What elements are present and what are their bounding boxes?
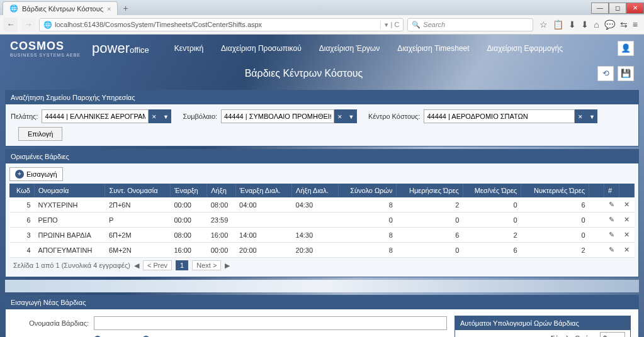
- pager-prev[interactable]: < Prev: [143, 260, 172, 270]
- window-maximize-button[interactable]: ◻: [609, 3, 626, 14]
- clipboard-icon[interactable]: 📋: [553, 19, 563, 30]
- home-icon[interactable]: ⌂: [594, 19, 599, 30]
- window-close-button[interactable]: ✕: [626, 3, 644, 14]
- grid-cell: 04:00: [235, 197, 291, 213]
- calc-label-0: Σύνολο Ωρών:: [460, 334, 600, 337]
- refresh-button[interactable]: ⟲: [597, 66, 614, 81]
- grid-col-11[interactable]: [589, 184, 604, 197]
- pager-next[interactable]: Next >: [192, 260, 221, 270]
- grid-cell: ΠΡΩΙΝΗ ΒΑΡΔΙΑ: [35, 228, 105, 243]
- shift-name-input[interactable]: [94, 316, 447, 330]
- tab-close-icon[interactable]: ×: [107, 5, 111, 13]
- stop-reload-group[interactable]: ▾ | C: [380, 21, 399, 29]
- grid-col-13[interactable]: [619, 184, 635, 197]
- costcenter-combo[interactable]: [424, 109, 575, 123]
- grid-col-7[interactable]: Σύνολο Ωρών: [339, 184, 397, 197]
- grid-col-1[interactable]: Ονομασία: [35, 184, 105, 197]
- browser-search-field[interactable]: 🔍 Search: [407, 18, 533, 31]
- grid-cell: 04:30: [292, 197, 339, 213]
- grid-cell: 4: [9, 243, 35, 258]
- row-edit-icon[interactable]: ✎: [604, 197, 619, 213]
- grid-col-2[interactable]: Συντ. Ονομασία: [105, 184, 171, 197]
- costcenter-clear-icon[interactable]: ✕: [575, 109, 586, 123]
- menu-home[interactable]: Κεντρική: [174, 44, 203, 53]
- grid-cell: 0: [397, 243, 463, 258]
- grid-col-0[interactable]: Κωδ: [9, 184, 35, 197]
- table-row[interactable]: 5ΝΥΧΤΕΡΙΝΗ2Π+6Ν00:0008:0004:0004:308206✎…: [9, 197, 635, 213]
- grid-cell: 5: [9, 197, 35, 213]
- row-delete-icon[interactable]: ✕: [619, 197, 635, 213]
- grid-cell: 0: [397, 213, 463, 228]
- row-edit-icon[interactable]: ✎: [604, 243, 619, 258]
- grid-col-3[interactable]: Έναρξη: [170, 184, 206, 197]
- select-button[interactable]: Επιλογή: [18, 127, 62, 141]
- contract-combo[interactable]: [221, 109, 334, 123]
- grid-pager: Σελίδα 1 από 1 (Συνολικά 4 εγγραφές) ◀ <…: [9, 258, 635, 273]
- customer-clear-icon[interactable]: ✕: [149, 109, 160, 123]
- hamburger-icon[interactable]: ≡: [633, 19, 638, 30]
- nav-back-button[interactable]: ←: [4, 18, 18, 31]
- grid-cell: 8: [339, 243, 397, 258]
- menu-admin[interactable]: Διαχείριση Εφαρμογής: [487, 44, 563, 53]
- grid-cell: 6: [397, 228, 463, 243]
- grid-cell: [235, 213, 291, 228]
- calc-value-0[interactable]: [600, 332, 625, 337]
- grid-col-12[interactable]: #: [604, 184, 619, 197]
- auto-calc-header: Αυτόματοι Υπολογισμοί Ωρών Βάρδιας: [455, 316, 630, 330]
- chat-icon[interactable]: 💬: [604, 19, 615, 30]
- sync-icon[interactable]: ⇆: [620, 19, 628, 30]
- grid-cell: 8: [339, 197, 397, 213]
- contract-label: Συμβόλαιο:: [183, 113, 217, 120]
- row-delete-icon[interactable]: ✕: [619, 213, 635, 228]
- grid-cell: 2: [397, 197, 463, 213]
- save-button[interactable]: 💾: [618, 66, 634, 81]
- nav-forward-button[interactable]: →: [21, 18, 35, 31]
- row-edit-icon[interactable]: ✎: [604, 228, 619, 243]
- menu-personnel[interactable]: Διαχείριση Προσωπικού: [221, 44, 302, 53]
- grid-cell: 16:00: [207, 228, 235, 243]
- insert-button[interactable]: + Εισαγωγή: [9, 167, 63, 181]
- bookmark-icon[interactable]: ☆: [539, 19, 548, 30]
- grid-col-9[interactable]: Μεσ/νές Ώρες: [463, 184, 521, 197]
- table-row[interactable]: 6ΡΕΠΟΡ00:0023:590000✎✕: [9, 213, 635, 228]
- grid-cell: 00:00: [207, 243, 235, 258]
- user-icon[interactable]: 👤: [618, 41, 634, 56]
- url-field[interactable]: 🌐 localhost:61438/CosmosSystem/Timesheet…: [39, 18, 404, 31]
- search-panel-header: Αναζήτηση Σημείου Παροχής Υπηρεσίας: [6, 91, 638, 104]
- grid-col-5[interactable]: Έναρξη Διαλ.: [235, 184, 291, 197]
- customer-combo[interactable]: [42, 109, 149, 123]
- grid-cell: 6Μ+2Ν: [105, 243, 171, 258]
- shift-name-label: Ονομασία Βάρδιας:: [13, 319, 89, 327]
- menu-projects[interactable]: Διαχείριση Έργων: [319, 44, 380, 53]
- window-minimize-button[interactable]: —: [591, 3, 609, 14]
- menu-timesheet[interactable]: Διαχείριση Timesheet: [397, 44, 469, 53]
- grid-cell: ΝΥΧΤΕΡΙΝΗ: [35, 197, 105, 213]
- pager-last[interactable]: ▶: [225, 262, 230, 270]
- row-delete-icon[interactable]: ✕: [619, 228, 635, 243]
- download-icon[interactable]: ⬇: [581, 19, 589, 30]
- customer-dropdown-icon[interactable]: ▼: [160, 109, 171, 123]
- table-row[interactable]: 4ΑΠΟΓΕΥΜΑΤΙΝΗ6Μ+2Ν16:0000:0020:0020:3080…: [9, 243, 635, 258]
- grid-col-8[interactable]: Ημερήσιες Ώρες: [397, 184, 463, 197]
- costcenter-dropdown-icon[interactable]: ▼: [586, 109, 597, 123]
- pager-page-1[interactable]: 1: [176, 260, 188, 270]
- pocket-icon[interactable]: ⬇: [568, 19, 576, 30]
- grid-cell: 6Π+2Μ: [105, 228, 171, 243]
- grid-col-4[interactable]: Λήξη: [207, 184, 235, 197]
- row-delete-icon[interactable]: ✕: [619, 243, 635, 258]
- grid-col-10[interactable]: Νυκτερινές Ώρες: [521, 184, 589, 197]
- tab-favicon: 🌐: [9, 4, 18, 13]
- browser-tab[interactable]: 🌐 Βάρδιες Κέντρων Κόστους ×: [3, 1, 118, 15]
- grid-cell: 20:00: [235, 243, 291, 258]
- contract-dropdown-icon[interactable]: ▼: [346, 109, 357, 123]
- new-tab-button[interactable]: +: [118, 2, 133, 14]
- row-edit-icon[interactable]: ✎: [604, 213, 619, 228]
- grid-cell: 8: [339, 228, 397, 243]
- table-row[interactable]: 3ΠΡΩΙΝΗ ΒΑΡΔΙΑ6Π+2Μ08:0016:0014:0014:308…: [9, 228, 635, 243]
- grid-col-6[interactable]: Λήξη Διαλ.: [292, 184, 339, 197]
- grid-cell: 20:30: [292, 243, 339, 258]
- row-blank: [589, 228, 604, 243]
- contract-clear-icon[interactable]: ✕: [334, 109, 346, 123]
- pager-first[interactable]: ◀: [134, 262, 139, 270]
- grid-cell: 14:30: [292, 228, 339, 243]
